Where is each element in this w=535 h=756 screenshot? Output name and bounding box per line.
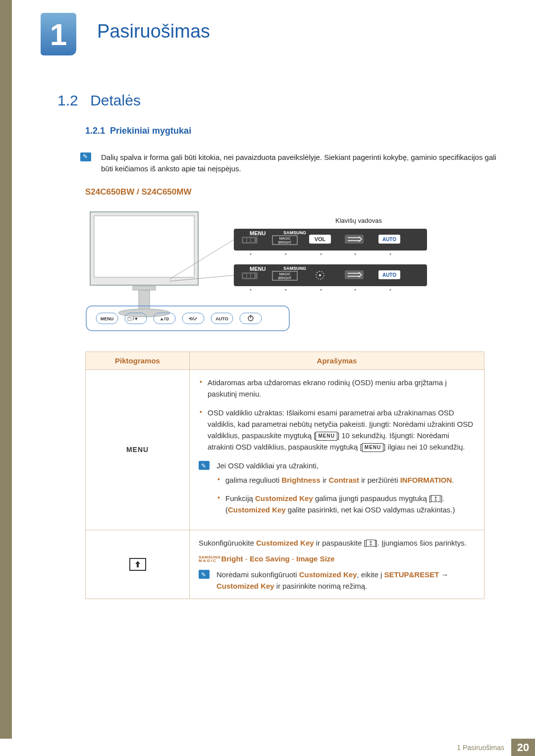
row1-sub1: galima reguliuoti Brightness ir Contrast… bbox=[216, 474, 475, 486]
up-key-icon: ↥ bbox=[431, 495, 440, 502]
row2-icon bbox=[86, 530, 190, 599]
note-icon bbox=[199, 570, 210, 579]
up-key-icon bbox=[129, 558, 146, 571]
svg-rect-44 bbox=[247, 274, 250, 278]
chapter-title: Pasiruošimas bbox=[97, 21, 210, 42]
svg-rect-1 bbox=[94, 216, 194, 277]
col-icons: Piktogramos bbox=[86, 352, 190, 370]
subsection-title: Priekiniai mygtukai bbox=[110, 126, 191, 136]
svg-text:MAGIC: MAGIC bbox=[279, 237, 291, 240]
subsection-number: 1.2.1 bbox=[85, 126, 105, 136]
row1-bullet1: Atidaromas arba uždaromas ekrano rodinių… bbox=[199, 377, 475, 400]
subsection-heading: 1.2.1 Priekiniai mygtukai bbox=[85, 126, 191, 136]
page-number: 20 bbox=[511, 739, 535, 756]
svg-text:▾: ▾ bbox=[389, 288, 391, 292]
svg-text:▾: ▾ bbox=[285, 288, 287, 292]
svg-rect-43 bbox=[243, 274, 246, 278]
svg-text:AUTO: AUTO bbox=[215, 316, 228, 321]
svg-rect-45 bbox=[251, 274, 254, 278]
svg-text:MENU: MENU bbox=[101, 316, 114, 321]
row1-bullet2: OSD valdiklio užraktas: Išlaikomi esami … bbox=[199, 407, 475, 453]
svg-text:▾: ▾ bbox=[250, 252, 252, 256]
row2-subnote: Norėdami sukonfigūruoti Customized Key, … bbox=[199, 569, 475, 592]
front-buttons-diagram: MENU ⬚ /▼ ▲/⊙ ⟲/⤢ AUTO Klavišų vadovas M… bbox=[85, 207, 432, 351]
svg-text:▾: ▾ bbox=[250, 288, 252, 292]
svg-rect-52 bbox=[345, 270, 364, 279]
note-icon bbox=[199, 461, 210, 470]
svg-text:AUTO: AUTO bbox=[382, 272, 396, 278]
note-text: Dalių spalva ir forma gali būti kitokia,… bbox=[101, 151, 499, 175]
side-accent-bar bbox=[0, 0, 12, 739]
svg-text:VOL: VOL bbox=[315, 236, 326, 242]
svg-rect-3 bbox=[139, 290, 150, 310]
svg-text:▾: ▾ bbox=[354, 288, 356, 292]
svg-text:⟲/⤢: ⟲/⤢ bbox=[189, 316, 198, 321]
svg-text:BRIGHT: BRIGHT bbox=[278, 241, 292, 244]
svg-text:BRIGHT: BRIGHT bbox=[278, 276, 292, 280]
table-row: Sukonfigūruokite Customized Key ir paspa… bbox=[86, 530, 484, 599]
svg-rect-5 bbox=[86, 306, 289, 331]
row2-desc: Sukonfigūruokite Customized Key ir paspa… bbox=[190, 530, 484, 599]
svg-text:MAGIC: MAGIC bbox=[279, 272, 291, 276]
svg-point-51 bbox=[319, 274, 321, 276]
section-number: 1.2 bbox=[57, 92, 78, 108]
section-heading: 1.2 Detalės bbox=[57, 92, 141, 109]
svg-text:⬚ /▼: ⬚ /▼ bbox=[127, 316, 139, 321]
buttons-description-table: Piktogramos Aprašymas MENU Atidaromas ar… bbox=[85, 352, 484, 599]
svg-rect-32 bbox=[345, 235, 364, 244]
svg-rect-23 bbox=[243, 238, 246, 242]
svg-text:Klavišų vadovas: Klavišų vadovas bbox=[335, 217, 382, 224]
col-desc: Aprašymas bbox=[190, 352, 484, 370]
row1-sub2: Funkciją Customized Key galima įjungti p… bbox=[216, 493, 475, 516]
svg-rect-2 bbox=[133, 286, 156, 290]
svg-text:▾: ▾ bbox=[320, 288, 322, 292]
svg-text:▾: ▾ bbox=[320, 252, 322, 256]
footer-chapter-ref: 1 Pasiruošimas bbox=[457, 739, 511, 756]
row1-icon: MENU bbox=[86, 370, 190, 530]
svg-text:▲/⊙: ▲/⊙ bbox=[160, 316, 169, 321]
svg-rect-25 bbox=[251, 238, 254, 242]
page-footer: 1 Pasiruošimas 20 bbox=[0, 739, 535, 756]
chapter-number-badge: 1 bbox=[41, 13, 76, 55]
note-icon bbox=[80, 152, 91, 161]
svg-text:SAMSUNG: SAMSUNG bbox=[283, 230, 306, 235]
menu-tag-icon: MENU bbox=[362, 443, 383, 452]
svg-text:MENU: MENU bbox=[250, 266, 266, 272]
svg-text:▾: ▾ bbox=[354, 252, 356, 256]
up-key-icon: ↥ bbox=[366, 540, 375, 547]
samsung-magic-prefix: SAMSUNGMAGIC bbox=[199, 555, 220, 562]
svg-text:AUTO: AUTO bbox=[382, 237, 396, 242]
row1-subnote: Jei OSD valdikliai yra užrakinti, galima… bbox=[199, 460, 475, 516]
svg-text:▾: ▾ bbox=[389, 252, 391, 256]
info-note: Dalių spalva ir forma gali būti kitokia,… bbox=[82, 151, 499, 175]
svg-text:▾: ▾ bbox=[285, 252, 287, 256]
table-row: MENU Atidaromas arba uždaromas ekrano ro… bbox=[86, 370, 484, 530]
svg-rect-24 bbox=[247, 238, 250, 242]
model-heading: S24C650BW / S24C650MW bbox=[85, 187, 191, 197]
menu-tag-icon: MENU bbox=[316, 432, 337, 441]
row1-desc: Atidaromas arba uždaromas ekrano rodinių… bbox=[190, 370, 484, 530]
section-title: Detalės bbox=[90, 92, 141, 108]
svg-text:SAMSUNG: SAMSUNG bbox=[283, 266, 306, 271]
chapter-number: 1 bbox=[50, 17, 67, 52]
svg-text:MENU: MENU bbox=[250, 230, 266, 236]
